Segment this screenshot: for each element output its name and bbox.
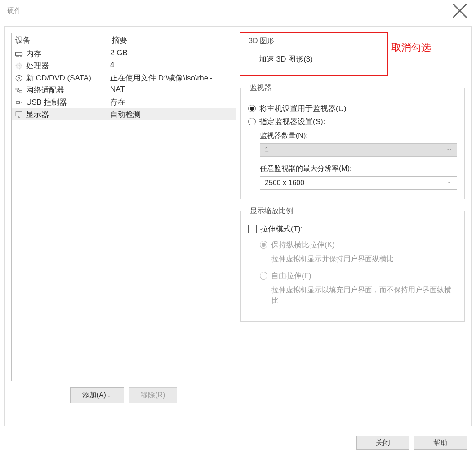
stretch-mode-checkbox[interactable] bbox=[248, 225, 257, 233]
accelerate-3d-label: 加速 3D 图形(3) bbox=[259, 54, 313, 64]
chevron-down-icon: ﹀ bbox=[447, 147, 452, 154]
legend-scaling: 显示缩放比例 bbox=[248, 206, 295, 216]
titlebar: 硬件 bbox=[0, 0, 476, 22]
stretch-mode-label: 拉伸模式(T): bbox=[260, 224, 303, 234]
svg-rect-23 bbox=[20, 102, 22, 103]
device-name: 内存 bbox=[26, 49, 41, 59]
header-summary: 摘要 bbox=[108, 33, 236, 47]
group-3d-graphics: 3D 图形 加速 3D 图形(3) bbox=[240, 36, 387, 69]
radio-use-host-label: 将主机设置用于监视器(U) bbox=[259, 103, 347, 114]
device-name: 新 CD/DVD (SATA) bbox=[26, 73, 91, 83]
max-resolution-value: 2560 x 1600 bbox=[265, 179, 304, 187]
window-title: 硬件 bbox=[7, 6, 22, 16]
table-row[interactable]: USB 控制器存在 bbox=[12, 96, 236, 108]
table-row[interactable]: 网络适配器NAT bbox=[12, 84, 236, 96]
annotation-text: 取消勾选 bbox=[391, 41, 431, 54]
device-summary: 2 GB bbox=[108, 49, 236, 59]
net-icon bbox=[14, 86, 23, 95]
keep-aspect-desc: 拉伸虚拟机显示并保持用户界面纵横比 bbox=[271, 254, 457, 264]
table-row[interactable]: 新 CD/DVD (SATA)正在使用文件 D:\镜像\iso\rhel-... bbox=[12, 72, 236, 84]
radio-free-stretch-label: 自由拉伸(F) bbox=[271, 271, 311, 281]
usb-icon bbox=[14, 98, 23, 107]
radio-keep-aspect-label: 保持纵横比拉伸(K) bbox=[271, 240, 335, 250]
device-summary: 自动检测 bbox=[108, 109, 236, 120]
display-icon bbox=[14, 110, 23, 119]
svg-rect-20 bbox=[16, 88, 18, 90]
annotation-box: 3D 图形 加速 3D 图形(3) 取消勾选 bbox=[240, 32, 388, 76]
cd-icon bbox=[14, 74, 23, 83]
monitor-count-label: 监视器数量(N): bbox=[260, 131, 457, 141]
svg-rect-24 bbox=[16, 112, 22, 116]
group-monitor: 监视器 将主机设置用于监视器(U) 指定监视器设置(S): 监视器数量(N): … bbox=[240, 83, 465, 199]
accelerate-3d-checkbox[interactable] bbox=[247, 55, 255, 63]
memory-icon bbox=[14, 49, 23, 58]
radio-use-host[interactable] bbox=[248, 105, 256, 112]
monitor-count-value: 1 bbox=[265, 146, 269, 154]
radio-specify[interactable] bbox=[248, 118, 256, 125]
svg-rect-8 bbox=[17, 64, 21, 68]
svg-rect-2 bbox=[16, 52, 22, 56]
radio-free-stretch bbox=[260, 272, 267, 280]
device-summary: 存在 bbox=[108, 97, 236, 107]
device-summary: NAT bbox=[108, 85, 236, 95]
device-name: 显示器 bbox=[26, 109, 49, 120]
close-icon[interactable] bbox=[451, 2, 469, 20]
device-summary: 4 bbox=[108, 61, 236, 71]
device-name: USB 控制器 bbox=[26, 97, 67, 107]
chevron-down-icon: ﹀ bbox=[447, 179, 452, 187]
remove-button: 移除(R) bbox=[129, 387, 177, 403]
add-button[interactable]: 添加(A)... bbox=[70, 387, 125, 403]
table-row[interactable]: 处理器4 bbox=[12, 60, 236, 72]
monitor-count-select: 1 ﹀ bbox=[260, 143, 457, 157]
device-name: 网络适配器 bbox=[26, 85, 64, 95]
max-resolution-select[interactable]: 2560 x 1600 ﹀ bbox=[260, 176, 457, 190]
device-name: 处理器 bbox=[26, 61, 49, 71]
radio-keep-aspect bbox=[260, 241, 267, 249]
svg-point-19 bbox=[18, 77, 20, 79]
hardware-list-panel: 设备 摘要 内存2 GB处理器4新 CD/DVD (SATA)正在使用文件 D:… bbox=[11, 33, 236, 403]
legend-3d: 3D 图形 bbox=[247, 36, 276, 46]
svg-rect-21 bbox=[19, 90, 22, 93]
table-row[interactable]: 内存2 GB bbox=[12, 48, 236, 60]
dialog-body: 设备 摘要 内存2 GB处理器4新 CD/DVD (SATA)正在使用文件 D:… bbox=[4, 26, 472, 426]
device-summary: 正在使用文件 D:\镜像\iso\rhel-... bbox=[108, 73, 236, 83]
table-header: 设备 摘要 bbox=[12, 33, 236, 48]
legend-monitor: 监视器 bbox=[248, 83, 273, 93]
close-button[interactable]: 关闭 bbox=[356, 436, 409, 450]
cpu-icon bbox=[14, 62, 23, 71]
svg-point-18 bbox=[16, 75, 22, 81]
device-table: 设备 摘要 内存2 GB处理器4新 CD/DVD (SATA)正在使用文件 D:… bbox=[11, 33, 236, 381]
free-stretch-desc: 拉伸虚拟机显示以填充用户界面，而不保持用户界面纵横比 bbox=[271, 285, 457, 306]
header-device: 设备 bbox=[12, 33, 108, 47]
group-display-scaling: 显示缩放比例 拉伸模式(T): 保持纵横比拉伸(K) 拉伸虚拟机显示并保持用户界… bbox=[240, 206, 465, 322]
table-row[interactable]: 显示器自动检测 bbox=[12, 108, 236, 120]
help-button[interactable]: 帮助 bbox=[414, 436, 467, 450]
radio-specify-label: 指定监视器设置(S): bbox=[259, 116, 325, 127]
max-resolution-label: 任意监视器的最大分辨率(M): bbox=[260, 164, 457, 174]
svg-rect-22 bbox=[16, 101, 20, 103]
settings-panel: 3D 图形 加速 3D 图形(3) 取消勾选 监视器 将主机设置用于监视器(U)… bbox=[240, 33, 465, 403]
svg-rect-9 bbox=[18, 65, 20, 67]
